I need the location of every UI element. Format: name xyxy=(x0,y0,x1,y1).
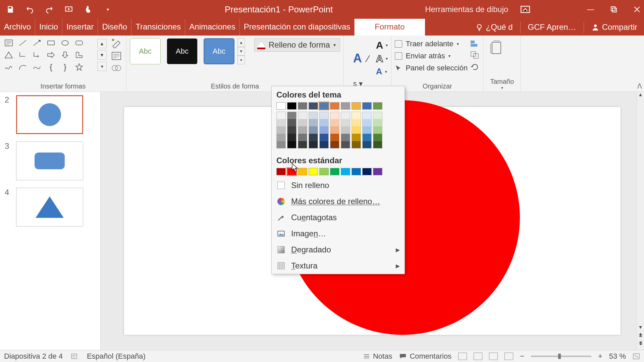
comments-button[interactable]: Comentarios xyxy=(399,352,451,361)
next-slide-icon[interactable]: ⯯ xyxy=(637,341,644,349)
theme-tint-swatch[interactable] xyxy=(330,134,339,141)
rectangle-icon[interactable] xyxy=(46,38,56,48)
eyedropper-item[interactable]: Cuentagotas xyxy=(272,209,405,226)
theme-tint-swatch[interactable] xyxy=(298,134,307,141)
wordart-pen-icon[interactable] xyxy=(365,54,371,63)
theme-tint-swatch[interactable] xyxy=(362,134,372,141)
arrow-right-icon[interactable] xyxy=(46,50,56,60)
elbow-arrow-icon[interactable] xyxy=(32,50,42,60)
group-icon[interactable] xyxy=(470,51,480,59)
theme-color-swatch[interactable] xyxy=(373,102,382,110)
text-fill-icon[interactable]: A xyxy=(376,40,383,51)
zoom-slider[interactable] xyxy=(531,356,591,357)
theme-tint-swatch[interactable] xyxy=(362,119,372,126)
roundrect-icon[interactable] xyxy=(74,38,85,48)
slideshow-icon[interactable] xyxy=(64,4,74,14)
theme-tint-swatch[interactable] xyxy=(309,126,318,134)
maximize-icon[interactable] xyxy=(610,6,617,13)
undo-icon[interactable] xyxy=(25,4,35,14)
standard-color-swatch[interactable] xyxy=(309,168,318,175)
send-backward-button[interactable]: Enviar atrás▾ xyxy=(395,52,468,60)
theme-tint-swatch[interactable] xyxy=(373,141,382,148)
curve-icon[interactable] xyxy=(32,62,42,72)
theme-color-swatch[interactable] xyxy=(287,102,297,110)
theme-tint-swatch[interactable] xyxy=(276,119,286,126)
edit-shape-icon[interactable] xyxy=(111,38,123,48)
theme-tint-swatch[interactable] xyxy=(373,112,382,119)
vertical-scrollbar[interactable]: ▲ ▼ ⯭ ⯯ xyxy=(637,92,644,350)
theme-tint-swatch[interactable] xyxy=(319,126,329,134)
star-icon[interactable] xyxy=(74,62,85,72)
merge-shapes-icon[interactable] xyxy=(111,64,123,72)
theme-color-swatch[interactable] xyxy=(330,102,339,110)
theme-tint-swatch[interactable] xyxy=(373,134,382,141)
theme-tint-swatch[interactable] xyxy=(309,141,318,148)
theme-tint-swatch[interactable] xyxy=(352,112,361,119)
shapes-scroll-down-icon[interactable]: ▼ xyxy=(97,50,107,60)
spellcheck-icon[interactable] xyxy=(71,353,79,360)
brace-right-icon[interactable]: } xyxy=(60,62,70,72)
fit-to-window-icon[interactable] xyxy=(633,353,640,360)
standard-color-swatch[interactable] xyxy=(330,168,339,175)
save-icon[interactable] xyxy=(5,4,15,14)
theme-tint-swatch[interactable] xyxy=(287,141,297,148)
theme-tint-swatch[interactable] xyxy=(341,141,350,148)
standard-color-swatch[interactable] xyxy=(352,168,361,175)
prev-slide-icon[interactable]: ⯭ xyxy=(637,333,644,341)
slide-thumbnail[interactable]: 4 xyxy=(5,188,96,227)
touch-mode-icon[interactable] xyxy=(83,4,93,14)
theme-tint-swatch[interactable] xyxy=(352,141,361,148)
collapse-ribbon-icon[interactable]: ᐱ xyxy=(637,82,642,90)
theme-tint-swatch[interactable] xyxy=(319,134,329,141)
theme-color-swatch[interactable] xyxy=(276,102,286,110)
lshape-icon[interactable] xyxy=(74,50,85,60)
align-icon[interactable] xyxy=(470,40,480,48)
tab-file[interactable]: Archivo xyxy=(0,19,35,36)
close-icon[interactable] xyxy=(633,6,641,13)
theme-tint-swatch[interactable] xyxy=(362,126,372,134)
text-outline-icon[interactable]: A xyxy=(376,53,383,64)
shape-style-gallery[interactable]: Abc Abc Abc xyxy=(130,38,234,64)
theme-tint-swatch[interactable] xyxy=(352,134,361,141)
arc-icon[interactable] xyxy=(17,62,28,72)
textbox-icon[interactable] xyxy=(3,38,14,48)
theme-tint-swatch[interactable] xyxy=(287,134,297,141)
theme-color-swatch[interactable] xyxy=(298,102,307,110)
no-fill-item[interactable]: Sin relleno xyxy=(272,177,405,193)
scroll-up-icon[interactable]: ▲ xyxy=(637,92,644,100)
style-scroll-down-icon[interactable]: ▼ xyxy=(237,47,245,56)
bring-forward-button[interactable]: Traer adelante▾ xyxy=(395,40,468,48)
theme-tint-swatch[interactable] xyxy=(298,141,307,148)
notes-button[interactable]: Notas xyxy=(363,352,392,361)
theme-tint-swatch[interactable] xyxy=(276,112,286,119)
standard-color-swatch[interactable] xyxy=(362,168,372,175)
theme-tint-swatch[interactable] xyxy=(341,119,350,126)
zoom-in-icon[interactable]: + xyxy=(598,352,602,361)
theme-tint-swatch[interactable] xyxy=(330,119,339,126)
theme-tint-swatch[interactable] xyxy=(373,126,382,134)
textbox-icon2[interactable] xyxy=(111,52,123,60)
theme-tint-swatch[interactable] xyxy=(287,119,297,126)
shapes-scroll-up-icon[interactable]: ▲ xyxy=(97,39,107,48)
standard-color-swatch[interactable] xyxy=(341,168,350,175)
theme-tint-swatch[interactable] xyxy=(276,141,286,148)
shapes-more-icon[interactable]: ▾ xyxy=(97,62,107,71)
arrow-down-icon[interactable] xyxy=(60,50,70,60)
tab-transitions[interactable]: Transiciones xyxy=(131,19,185,36)
theme-tint-swatch[interactable] xyxy=(352,126,361,134)
language-status[interactable]: Español (España) xyxy=(87,352,146,361)
theme-tint-swatch[interactable] xyxy=(341,134,350,141)
theme-tint-swatch[interactable] xyxy=(330,112,339,119)
shapes-gallery[interactable]: { } xyxy=(3,38,93,72)
standard-color-swatch[interactable] xyxy=(319,168,329,175)
theme-color-swatch[interactable] xyxy=(309,102,318,110)
theme-tint-swatch[interactable] xyxy=(298,119,307,126)
gradient-fill-item[interactable]: Degradado ▸ xyxy=(272,242,405,258)
elbow-icon[interactable] xyxy=(17,50,28,60)
theme-color-swatch[interactable] xyxy=(362,102,372,110)
theme-tint-swatch[interactable] xyxy=(298,112,307,119)
selection-pane-button[interactable]: Panel de selección xyxy=(395,64,468,72)
style-thumb-2[interactable]: Abc xyxy=(167,38,198,64)
share-button[interactable]: Compartir xyxy=(588,22,641,32)
theme-tint-swatch[interactable] xyxy=(309,119,318,126)
